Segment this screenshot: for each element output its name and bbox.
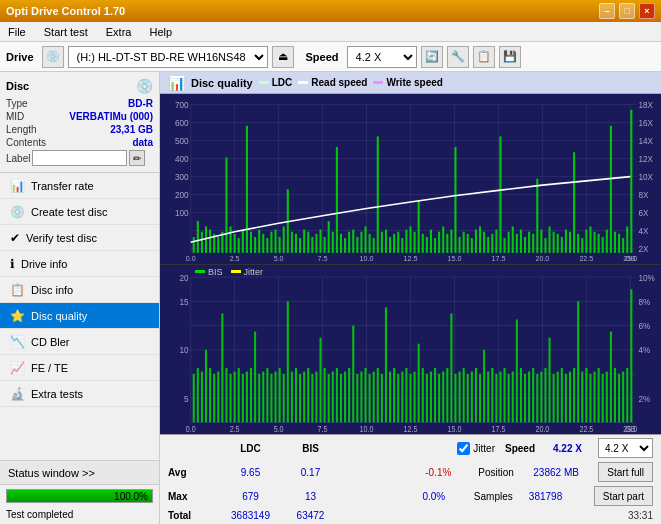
- svg-rect-257: [524, 373, 526, 421]
- svg-rect-21: [193, 237, 195, 253]
- legend-ldc: LDC: [259, 77, 293, 88]
- sidebar-item-fe-te[interactable]: 📈 FE / TE: [0, 355, 159, 381]
- sidebar-item-extra-tests[interactable]: 🔬 Extra tests: [0, 381, 159, 407]
- label-edit-button[interactable]: ✏: [129, 150, 145, 166]
- svg-text:300: 300: [175, 172, 189, 182]
- disc-icon: 💿: [136, 78, 153, 94]
- time-display: 33:31: [628, 510, 653, 521]
- svg-rect-190: [250, 367, 252, 421]
- svg-rect-51: [315, 234, 317, 253]
- svg-rect-264: [553, 373, 555, 421]
- svg-rect-103: [528, 232, 530, 253]
- svg-rect-243: [467, 373, 469, 421]
- svg-rect-75: [414, 232, 416, 253]
- menu-help[interactable]: Help: [145, 24, 176, 40]
- menu-extra[interactable]: Extra: [102, 24, 136, 40]
- svg-rect-262: [544, 367, 546, 421]
- svg-rect-126: [622, 238, 624, 253]
- svg-rect-79: [430, 230, 432, 253]
- total-label: Total: [168, 510, 218, 521]
- svg-rect-39: [266, 238, 268, 253]
- toolbar: Drive 💿 (H:) HL-DT-ST BD-RE WH16NS48 1.D…: [0, 42, 661, 72]
- svg-text:700: 700: [175, 100, 189, 110]
- refresh-button[interactable]: 🔄: [421, 46, 443, 68]
- legend-write-speed: Write speed: [373, 77, 443, 88]
- speed-select[interactable]: 4.2 X: [347, 46, 417, 68]
- svg-rect-56: [336, 147, 338, 253]
- svg-rect-74: [409, 226, 411, 252]
- verify-test-disc-label: Verify test disc: [26, 232, 97, 244]
- svg-rect-114: [573, 152, 575, 253]
- svg-rect-213: [344, 371, 346, 422]
- svg-rect-224: [389, 371, 391, 422]
- ldc-color: [259, 81, 269, 84]
- svg-rect-41: [275, 230, 277, 253]
- svg-text:17.5: 17.5: [491, 254, 505, 263]
- tool-btn-2[interactable]: 📋: [473, 46, 495, 68]
- create-test-disc-icon: 💿: [10, 205, 25, 219]
- svg-rect-70: [393, 234, 395, 253]
- disc-info-icon: 📋: [10, 283, 25, 297]
- svg-text:20.0: 20.0: [535, 254, 549, 263]
- svg-rect-218: [364, 367, 366, 421]
- menu-start-test[interactable]: Start test: [40, 24, 92, 40]
- maximize-button[interactable]: □: [619, 3, 635, 19]
- sidebar-item-verify-test-disc[interactable]: ✔ Verify test disc: [0, 225, 159, 251]
- svg-rect-236: [438, 373, 440, 421]
- svg-rect-206: [315, 371, 317, 422]
- svg-rect-110: [557, 234, 559, 253]
- transfer-rate-label: Transfer rate: [31, 180, 94, 192]
- top-chart: 700 600 500 400 300 200 100 18X 16X 14X …: [160, 94, 661, 265]
- svg-rect-91: [479, 226, 481, 252]
- titlebar: Opti Drive Control 1.70 – □ ×: [0, 0, 661, 22]
- sidebar-item-disc-info[interactable]: 📋 Disc info: [0, 277, 159, 303]
- svg-rect-194: [266, 367, 268, 421]
- start-full-button[interactable]: Start full: [598, 462, 653, 482]
- eject-button[interactable]: ⏏: [272, 46, 294, 68]
- sidebar-item-drive-info[interactable]: ℹ Drive info: [0, 251, 159, 277]
- svg-text:0.0: 0.0: [186, 254, 196, 263]
- sidebar-item-disc-quality[interactable]: ⭐ Disc quality: [0, 303, 159, 329]
- svg-rect-250: [495, 373, 497, 421]
- start-part-button[interactable]: Start part: [594, 486, 653, 506]
- svg-rect-102: [524, 237, 526, 253]
- svg-rect-228: [405, 367, 407, 421]
- svg-rect-42: [279, 237, 281, 253]
- drive-select[interactable]: (H:) HL-DT-ST BD-RE WH16NS48 1.D3: [68, 46, 268, 68]
- svg-rect-124: [614, 232, 616, 253]
- save-button[interactable]: 💾: [499, 46, 521, 68]
- svg-rect-268: [569, 371, 571, 422]
- tool-btn-1[interactable]: 🔧: [447, 46, 469, 68]
- svg-rect-80: [434, 238, 436, 253]
- svg-rect-239: [450, 313, 452, 422]
- svg-rect-278: [610, 331, 612, 422]
- svg-rect-65: [373, 238, 375, 253]
- svg-rect-88: [467, 234, 469, 253]
- speed-select-stats[interactable]: 4.2 X: [598, 438, 653, 458]
- sidebar-item-create-test-disc[interactable]: 💿 Create test disc: [0, 199, 159, 225]
- svg-rect-49: [307, 232, 309, 253]
- svg-rect-276: [602, 373, 604, 421]
- svg-rect-32: [238, 238, 240, 253]
- svg-rect-31: [234, 234, 236, 253]
- status-window-button[interactable]: Status window >>: [0, 461, 159, 485]
- svg-rect-71: [397, 232, 399, 253]
- extra-tests-icon: 🔬: [10, 387, 25, 401]
- max-bis: 13: [283, 491, 338, 502]
- menu-file[interactable]: File: [4, 24, 30, 40]
- svg-rect-193: [262, 371, 264, 422]
- svg-rect-208: [324, 367, 326, 421]
- svg-text:20.0: 20.0: [535, 424, 549, 434]
- sidebar-item-cd-bler[interactable]: 📉 CD Bler: [0, 329, 159, 355]
- svg-rect-248: [487, 371, 489, 422]
- label-input[interactable]: [32, 150, 127, 166]
- chart-titlebar: 📊 Disc quality LDC Read speed Write spee…: [160, 72, 661, 94]
- svg-rect-76: [418, 200, 420, 253]
- sidebar-item-transfer-rate[interactable]: 📊 Transfer rate: [0, 173, 159, 199]
- minimize-button[interactable]: –: [599, 3, 615, 19]
- jitter-checkbox[interactable]: [457, 442, 470, 455]
- close-button[interactable]: ×: [639, 3, 655, 19]
- drive-label: Drive: [6, 51, 34, 63]
- svg-rect-282: [626, 367, 628, 421]
- sidebar: Disc 💿 Type BD-R MID VERBATIMu (000) Len…: [0, 72, 160, 524]
